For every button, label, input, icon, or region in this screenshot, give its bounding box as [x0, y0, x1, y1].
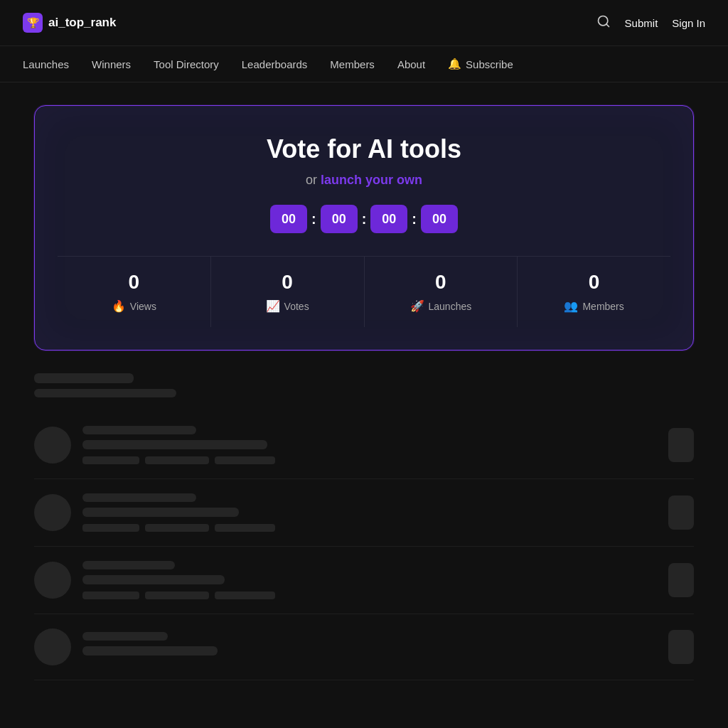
nav-item-tool-directory[interactable]: Tool Directory [154, 55, 219, 73]
hero-launch-link[interactable]: launch your own [321, 173, 422, 187]
views-label-text: Views [130, 301, 156, 312]
countdown-sep-2: : [360, 211, 368, 228]
list-item [34, 614, 694, 680]
list-item [34, 547, 694, 614]
skeleton-avatar-2 [34, 494, 71, 531]
skeleton-tag-2c [215, 524, 275, 532]
submit-button[interactable]: Submit [625, 17, 658, 29]
stat-members: 0 👥 Members [518, 257, 670, 327]
skeleton-line-b-4 [82, 646, 218, 655]
skeleton-line-a-2 [82, 493, 196, 502]
hero-title: Vote for AI tools [58, 134, 670, 164]
members-icon: 👥 [564, 299, 578, 313]
skeleton-line-a-4 [82, 632, 168, 641]
members-label-text: Members [582, 301, 623, 312]
skeleton-tag-1a [82, 456, 139, 464]
skeleton-tag-1b [145, 456, 209, 464]
stats-row: 0 🔥 Views 0 📈 Votes 0 🚀 Launches [58, 256, 670, 327]
logo-icon: 🏆 [23, 13, 43, 33]
bell-icon: 🔔 [448, 58, 461, 70]
svg-line-1 [606, 23, 609, 26]
nav-item-members[interactable]: Members [330, 55, 375, 73]
nav-item-launches[interactable]: Launches [23, 55, 69, 73]
countdown-sep-1: : [310, 211, 318, 228]
skeleton-avatar-1 [34, 427, 71, 464]
skeleton-vote-2 [668, 496, 694, 530]
list-header [34, 373, 694, 397]
countdown: 00 : 00 : 00 : 00 [58, 205, 670, 233]
subscribe-label: Subscribe [466, 58, 513, 70]
countdown-seconds: 00 [370, 205, 407, 233]
stat-votes: 0 📈 Votes [211, 257, 365, 327]
nav-item-leaderboards[interactable]: Leaderboards [242, 55, 308, 73]
skeleton-line-a-3 [82, 561, 175, 569]
skeleton-vote-4 [668, 630, 694, 664]
launches-label-text: Launches [429, 301, 472, 312]
list-item [34, 412, 694, 479]
skeleton-tag-2b [145, 524, 209, 532]
nav-item-about[interactable]: About [397, 55, 425, 73]
hero-subtitle-prefix: or [306, 173, 321, 187]
list-item [34, 479, 694, 547]
hero-wrapper: Vote for AI tools or launch your own 00 … [0, 82, 728, 350]
skeleton-tag-2a [82, 524, 139, 532]
stat-views: 0 🔥 Views [58, 257, 211, 327]
skeleton-tag-3b [145, 592, 209, 599]
stat-votes-value: 0 [223, 271, 353, 294]
item-content-2 [82, 493, 657, 532]
topbar-right: Submit Sign In [596, 14, 705, 32]
skeleton-line-b-1 [82, 440, 267, 449]
countdown-ms: 00 [421, 205, 458, 233]
skeleton-vote-3 [668, 563, 694, 597]
logo[interactable]: 🏆 ai_top_rank [23, 13, 116, 33]
votes-label-text: Votes [284, 301, 309, 312]
stat-votes-label: 📈 Votes [223, 299, 353, 313]
logo-text: ai_top_rank [48, 16, 116, 30]
stat-views-label: 🔥 Views [69, 299, 199, 313]
signin-button[interactable]: Sign In [672, 17, 705, 29]
skeleton-line-b-2 [82, 508, 239, 517]
skeleton-line-a-1 [82, 426, 196, 434]
skeleton-tag-3c [215, 592, 275, 599]
views-icon: 🔥 [112, 299, 126, 313]
item-content-4 [82, 632, 657, 663]
skeleton-avatar-4 [34, 628, 71, 665]
stat-launches-label: 🚀 Launches [376, 299, 506, 313]
topbar: 🏆 ai_top_rank Submit Sign In [0, 0, 728, 46]
votes-icon: 📈 [266, 299, 280, 313]
stat-views-value: 0 [69, 271, 199, 294]
skeleton-tags-2 [82, 524, 657, 532]
nav-subscribe[interactable]: 🔔 Subscribe [448, 58, 513, 70]
stat-members-value: 0 [529, 271, 659, 294]
stat-members-label: 👥 Members [529, 299, 659, 313]
launches-icon: 🚀 [410, 299, 424, 313]
stat-launches-value: 0 [376, 271, 506, 294]
skeleton-line-b-3 [82, 575, 225, 584]
skeleton-tags-3 [82, 592, 657, 599]
hero-subtitle: or launch your own [58, 173, 670, 188]
stat-launches: 0 🚀 Launches [365, 257, 518, 327]
search-icon[interactable] [596, 14, 611, 32]
skeleton-tag-1c [215, 456, 275, 464]
item-content-3 [82, 561, 657, 599]
navbar: Launches Winners Tool Directory Leaderbo… [0, 46, 728, 82]
countdown-sep-3: : [410, 211, 418, 228]
skeleton-tags-1 [82, 456, 657, 464]
item-content-1 [82, 426, 657, 464]
list-section [0, 350, 728, 703]
skeleton-tag-3a [82, 592, 139, 599]
countdown-hours: 00 [270, 205, 307, 233]
skeleton-header-title [34, 373, 134, 383]
skeleton-header-subtitle [34, 389, 176, 397]
skeleton-avatar-3 [34, 562, 71, 599]
hero-card: Vote for AI tools or launch your own 00 … [34, 105, 694, 350]
countdown-minutes: 00 [321, 205, 358, 233]
skeleton-vote-1 [668, 428, 694, 462]
nav-item-winners[interactable]: Winners [92, 55, 131, 73]
